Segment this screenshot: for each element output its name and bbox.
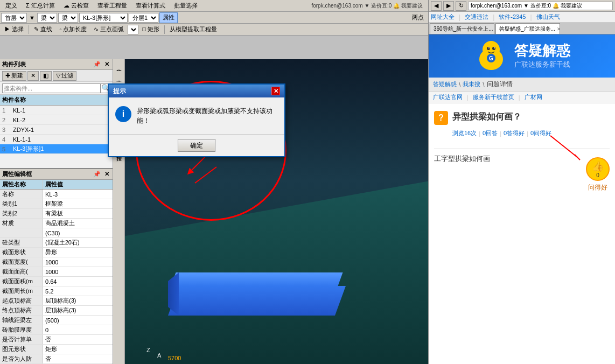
browser-tab-2-label: 答疑解惑_广联达服务...: [499, 25, 555, 33]
comp-row-5[interactable]: 5 KL-3[异形]1: [0, 144, 113, 154]
side-btn-extend[interactable]: 延伸: [114, 60, 124, 70]
props-val-3[interactable]: 商品混凝土: [43, 219, 113, 228]
nav-link-3[interactable]: 软件-2345: [499, 13, 526, 21]
breadcrumb-sep-1: \: [459, 81, 460, 88]
site-link-2[interactable]: 服务新干线首页: [473, 93, 514, 101]
comp-type-select2[interactable]: 梁: [58, 13, 78, 23]
props-val-4[interactable]: (C30): [43, 228, 113, 237]
comp-row-1[interactable]: 1 KL-1: [0, 106, 113, 115]
comp-row-2[interactable]: 2 KL-2: [0, 115, 113, 125]
cad-application: 定义 Σ 汇总计算 ☁ 云检查 查看工程量 查看计算式 批量选择 forpk.c…: [0, 0, 428, 364]
props-val-10[interactable]: 5.2: [43, 286, 113, 296]
props-key-16: 图元形状: [0, 345, 43, 354]
question-stats: 浏览16次 | 0回答 | 0答得好 | 0问得好: [452, 129, 610, 137]
comp-type-select1[interactable]: 梁: [37, 13, 57, 23]
site-link-3[interactable]: 广材网: [525, 93, 542, 101]
comp-pin-btn[interactable]: 📌: [92, 61, 102, 68]
dialog-title-bar: 提示 ✕: [109, 85, 284, 97]
copy-btn[interactable]: ◧: [40, 71, 52, 81]
comp-name-1: KL-1: [13, 107, 110, 114]
related-question-text[interactable]: 工字型拱梁如何画: [434, 154, 610, 164]
props-val-8[interactable]: 1000: [43, 267, 113, 276]
comp-row-4[interactable]: 4 KL-1-1: [0, 135, 113, 144]
nav-forward-btn[interactable]: ▶: [443, 1, 454, 11]
attr-close-btn[interactable]: ✕: [103, 171, 110, 178]
props-key-7: 截面宽度(: [0, 257, 43, 267]
nav-link-1[interactable]: 网址大全: [431, 13, 455, 21]
props-row-6: 截面形状 异形: [0, 248, 113, 257]
attr-pin-btn[interactable]: 📌: [92, 171, 102, 178]
attr-panel-title: 属性编辑框: [2, 170, 32, 178]
props-val-6[interactable]: 异形: [43, 248, 113, 257]
props-val-15[interactable]: 否: [43, 335, 113, 344]
side-btn-non[interactable]: 非: [114, 71, 124, 81]
props-val-9[interactable]: 0.64: [43, 277, 113, 286]
props-val-12[interactable]: 层顶标高(3): [43, 306, 113, 315]
site-link-1[interactable]: 广联达官网: [433, 93, 463, 101]
menu-cloud[interactable]: ☁ 云检查: [60, 1, 92, 11]
menu-sum[interactable]: Σ 汇总计算: [23, 1, 58, 11]
props-val-2[interactable]: 有梁板: [43, 209, 113, 218]
line-btn[interactable]: ✎ 直线: [31, 24, 55, 35]
props-val-1[interactable]: 框架梁: [43, 199, 113, 208]
nav-refresh-btn[interactable]: ↻: [456, 1, 466, 11]
arc-select[interactable]: [128, 25, 138, 34]
dialog-confirm-btn[interactable]: 确定: [178, 139, 215, 152]
comp-list[interactable]: 1 KL-1 2 KL-2 3 ZDYX-1 4 KL-1-1 5 KL-3: [0, 106, 113, 168]
props-val-11[interactable]: 层顶标高(3): [43, 296, 113, 305]
props-val-16[interactable]: 矩形: [43, 345, 113, 354]
layer-select[interactable]: 分层1: [129, 13, 158, 23]
comp-num-5: 5: [2, 146, 13, 152]
comp-name-select[interactable]: KL-3[异形]: [79, 13, 128, 23]
props-row-14: 砖胎膜厚度 0: [0, 325, 113, 335]
props-key-15: 是否计算单: [0, 335, 43, 344]
url-bar[interactable]: forpk.chen@163.com ▼ 造价豆:0 🔔 我要建议: [468, 2, 613, 10]
props-key-13: 轴线距梁左: [0, 316, 43, 325]
extract-qty-btn[interactable]: 从模型提取工程量: [166, 24, 220, 35]
props-key-9: 截面面积(m: [0, 277, 43, 286]
nav-link-4[interactable]: 佛山天气: [536, 13, 560, 21]
props-row-7: 截面宽度( 1000: [0, 257, 113, 267]
menu-batch[interactable]: 批量选择: [171, 1, 201, 11]
props-val-7[interactable]: 1000: [43, 257, 113, 267]
menu-define[interactable]: 定义: [2, 1, 20, 11]
filter-btn[interactable]: ▽ 过滤: [53, 71, 76, 81]
props-val-0[interactable]: KL-3: [43, 190, 113, 199]
arc-btn[interactable]: ∿ 三点画弧: [90, 24, 127, 35]
menu-view-qty[interactable]: 查看工程量: [94, 1, 130, 11]
new-icon: ✚: [5, 72, 10, 79]
rect-btn[interactable]: □ 矩形: [139, 24, 163, 35]
thumb-btn[interactable]: 👍 0: [586, 157, 610, 181]
menu-bar: 定义 Σ 汇总计算 ☁ 云检查 查看工程量 查看计算式 批量选择 forpk.c…: [0, 0, 428, 12]
search-input[interactable]: [2, 83, 101, 93]
stat-helpful: 0问得好: [530, 129, 551, 137]
comp-close-btn[interactable]: ✕: [103, 61, 110, 68]
props-key-11: 起点顶标高: [0, 296, 43, 305]
comp-row-3[interactable]: 3 ZDYX-1: [0, 125, 113, 135]
property-btn[interactable]: 属性: [159, 12, 178, 23]
delete-btn[interactable]: ✕: [27, 71, 39, 81]
dialog-close-btn[interactable]: ✕: [271, 87, 280, 95]
props-key-6: 截面形状: [0, 248, 43, 257]
browser-tab-1-label: 360导航_新一代安全上...: [434, 25, 493, 33]
stat-sep-2: |: [500, 130, 501, 137]
helpful-label[interactable]: 问得好: [588, 183, 607, 192]
point-len-btn[interactable]: ◦ 点加长度: [56, 24, 90, 35]
props-row-13: 轴线距梁左 (500): [0, 316, 113, 325]
browser-tab-2-close[interactable]: ✕: [557, 26, 560, 32]
new-comp-btn[interactable]: ✚ 新建: [2, 71, 26, 81]
floor-select[interactable]: 首层: [1, 13, 27, 23]
props-val-13[interactable]: (500): [43, 316, 113, 325]
menu-calc[interactable]: 查看计算式: [132, 1, 169, 11]
props-val-14[interactable]: 0: [43, 325, 113, 334]
breadcrumb-2[interactable]: 我未搜: [463, 80, 480, 88]
nav-back-btn[interactable]: ◀: [431, 1, 442, 11]
props-val-5[interactable]: (混凝土20石): [43, 238, 113, 247]
browser-tab-2[interactable]: 答疑解惑_广联达服务... ✕: [495, 23, 560, 34]
breadcrumb-1[interactable]: 答疑解惑: [433, 80, 457, 88]
browser-tab-1[interactable]: 360导航_新一代安全上... ✕: [430, 23, 494, 34]
nav-link-2[interactable]: 交通违法: [465, 13, 488, 21]
twopoint-btn[interactable]: 两点: [409, 12, 427, 23]
props-val-17[interactable]: 否: [43, 354, 113, 363]
select-btn[interactable]: ▶ 选择: [1, 24, 27, 35]
